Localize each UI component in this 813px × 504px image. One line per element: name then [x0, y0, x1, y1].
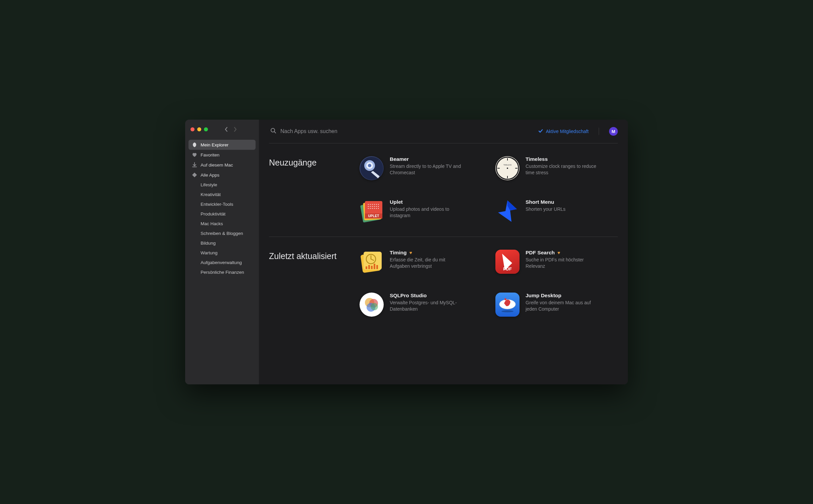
- sidebar-item-auf-diesem-mac[interactable]: Auf diesem Mac: [188, 160, 256, 170]
- svg-text:TIMELESS: TIMELESS: [503, 164, 512, 166]
- sidebar-cat-bildung[interactable]: Bildung: [197, 238, 256, 248]
- svg-point-13: [507, 168, 508, 169]
- sidebar-cat-mac-hacks[interactable]: Mac Hacks: [197, 219, 256, 229]
- avatar[interactable]: M: [609, 127, 618, 136]
- shortmenu-icon: [495, 199, 520, 223]
- app-meta: SQLPro Studio Verwalte Postgres- und MyS…: [390, 293, 464, 312]
- svg-point-30: [370, 208, 371, 209]
- app-name: Jump Desktop: [526, 293, 599, 299]
- jumpdesktop-icon: [495, 293, 520, 317]
- svg-rect-45: [374, 264, 375, 269]
- close-window-button[interactable]: [191, 127, 195, 131]
- traffic-lights: [191, 127, 208, 131]
- app-short-menu[interactable]: Short Menu Shorten your URLs: [495, 199, 618, 223]
- sidebar-cat-persoenliche-finanzen[interactable]: Persönliche Finanzen: [197, 267, 256, 277]
- sidebar-item-label: Mein Explorer: [201, 142, 228, 147]
- explorer-icon: [192, 142, 197, 147]
- sidebar-cat-entwickler-tools[interactable]: Entwickler-Tools: [197, 199, 256, 209]
- sidebar-item-label: Alle Apps: [201, 173, 219, 178]
- svg-point-55: [504, 298, 506, 300]
- sidebar-item-mein-explorer[interactable]: Mein Explorer: [188, 140, 256, 150]
- svg-point-29: [368, 208, 369, 209]
- checkmark-icon: [538, 129, 543, 134]
- download-icon: [192, 162, 197, 168]
- sidebar: Mein Explorer Favoriten Auf diesem Mac A…: [185, 120, 259, 384]
- sidebar-cat-produktivitaet[interactable]: Produktivität: [197, 209, 256, 219]
- svg-rect-46: [376, 265, 378, 269]
- app-meta: Jump Desktop Greife von deinem Mac aus a…: [526, 293, 599, 312]
- avatar-initial: M: [612, 129, 615, 134]
- sidebar-item-favoriten[interactable]: Favoriten: [188, 150, 256, 160]
- svg-point-24: [370, 206, 371, 207]
- maximize-window-button[interactable]: [204, 127, 208, 131]
- search-box[interactable]: [270, 128, 533, 135]
- sidebar-cat-schreiben-bloggen[interactable]: Schreiben & Bloggen: [197, 229, 256, 238]
- minimize-window-button[interactable]: [197, 127, 201, 131]
- nav-back-button[interactable]: [223, 126, 230, 133]
- app-grid: Timing ♥ Erfasse die Zeit, die du mit Au…: [360, 250, 618, 317]
- heart-icon: [192, 152, 197, 158]
- app-name: Timing ♥: [390, 250, 464, 256]
- app-meta: Timeless Customize clock ranges to reduc…: [526, 156, 599, 176]
- app-name: Beamer: [390, 156, 464, 162]
- sidebar-cat-kreativitaet[interactable]: Kreativität: [197, 190, 256, 199]
- sidebar-cat-lifestyle[interactable]: Lifestyle: [197, 180, 256, 190]
- membership-label: Aktive Mitgliedschaft: [546, 129, 589, 134]
- svg-point-56: [501, 310, 513, 312]
- timeless-icon: TIMELESS: [495, 156, 520, 180]
- svg-line-2: [274, 132, 276, 133]
- svg-rect-42: [366, 266, 367, 269]
- sidebar-cat-wartung[interactable]: Wartung: [197, 248, 256, 258]
- svg-rect-0: [192, 173, 197, 177]
- timing-icon: [360, 250, 384, 274]
- app-pdf-search[interactable]: PDF PDF Search ♥ Suche in PDFs mit höchs…: [495, 250, 618, 274]
- svg-point-20: [374, 204, 375, 205]
- search-icon: [270, 128, 276, 135]
- app-name: SQLPro Studio: [390, 293, 464, 299]
- section-neuzugaenge: Neuzugänge Beamer Stream directly to to …: [269, 143, 618, 237]
- svg-point-27: [376, 206, 377, 207]
- sidebar-cat-aufgabenverwaltung[interactable]: Aufgabenverwaltung: [197, 258, 256, 267]
- uplet-icon: UPLET: [360, 199, 384, 223]
- pdfsearch-icon: PDF: [495, 250, 520, 274]
- app-window: Mein Explorer Favoriten Auf diesem Mac A…: [185, 120, 628, 384]
- main-content: Aktive Mitgliedschaft M Neuzugänge Beame…: [259, 120, 628, 384]
- nav-forward-button[interactable]: [231, 126, 239, 133]
- app-meta: Short Menu Shorten your URLs: [526, 199, 565, 212]
- nav-arrows: [223, 126, 239, 133]
- svg-point-25: [372, 206, 373, 207]
- app-beamer[interactable]: Beamer Stream directly to to Apple TV an…: [360, 156, 482, 180]
- svg-point-33: [376, 208, 377, 209]
- svg-rect-44: [371, 266, 373, 269]
- section-title: Zuletzt aktualisiert: [269, 250, 353, 261]
- diamond-icon: [192, 172, 197, 178]
- app-uplet[interactable]: UPLET Uplet Upload photos and videos to …: [360, 199, 482, 223]
- svg-point-23: [368, 206, 369, 207]
- app-meta: Beamer Stream directly to to Apple TV an…: [390, 156, 464, 176]
- svg-point-21: [376, 204, 377, 205]
- favorite-icon: ♥: [410, 250, 412, 255]
- sqlpro-icon: [360, 293, 384, 317]
- svg-point-17: [368, 204, 369, 205]
- app-desc: Erfasse die Zeit, die du mit Aufgaben ve…: [390, 257, 464, 269]
- app-meta: PDF Search ♥ Suche in PDFs mit höchster …: [526, 250, 599, 269]
- svg-point-26: [374, 206, 375, 207]
- app-grid: Beamer Stream directly to to Apple TV an…: [360, 156, 618, 223]
- app-timeless[interactable]: TIMELESS Timeless Customize clock ranges…: [495, 156, 618, 180]
- app-name: Timeless: [526, 156, 599, 162]
- svg-point-6: [368, 164, 371, 167]
- svg-point-32: [374, 208, 375, 209]
- svg-point-22: [378, 204, 379, 205]
- svg-rect-43: [368, 265, 370, 269]
- sidebar-item-alle-apps[interactable]: Alle Apps: [188, 170, 256, 180]
- topbar: Aktive Mitgliedschaft M: [269, 120, 618, 143]
- svg-point-34: [378, 208, 379, 209]
- search-input[interactable]: [280, 128, 533, 134]
- svg-text:PDF: PDF: [503, 266, 512, 271]
- app-sqlpro-studio[interactable]: SQLPro Studio Verwalte Postgres- und MyS…: [360, 293, 482, 317]
- app-jump-desktop[interactable]: Jump Desktop Greife von deinem Mac aus a…: [495, 293, 618, 317]
- membership-status[interactable]: Aktive Mitgliedschaft: [538, 129, 589, 134]
- app-meta: Uplet Upload photos and videos to instag…: [390, 199, 464, 219]
- app-timing[interactable]: Timing ♥ Erfasse die Zeit, die du mit Au…: [360, 250, 482, 274]
- svg-point-19: [372, 204, 373, 205]
